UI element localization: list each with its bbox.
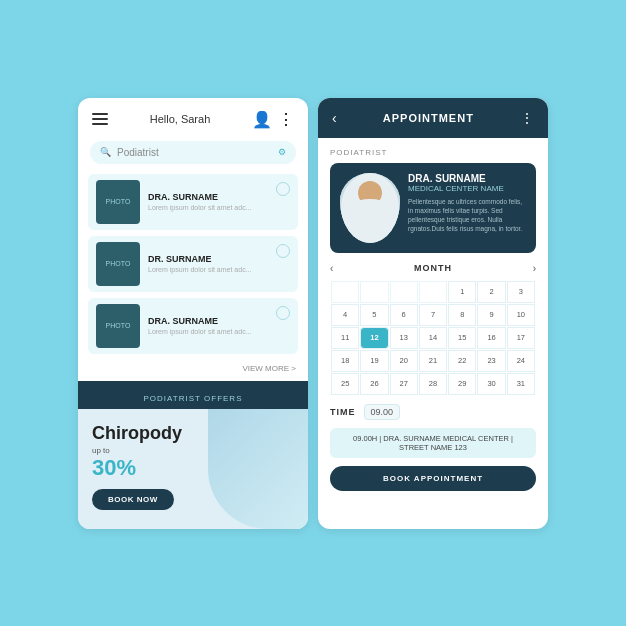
cal-next-button[interactable]: › (533, 263, 536, 274)
back-button[interactable]: ‹ (332, 110, 337, 126)
right-content: PODIATRIST DRA. SURNAME MEDICAL CENTER N… (318, 138, 548, 501)
time-label: TIME (330, 407, 356, 417)
cal-cell[interactable]: 19 (360, 350, 388, 372)
view-more[interactable]: VIEW MORE > (78, 360, 308, 381)
appt-dots-icon[interactable]: ⋮ (520, 110, 534, 126)
left-panel: Hello, Sarah 👤 ⋮ 🔍 Podiatrist ⚙ PHOTO DR… (78, 98, 308, 529)
promo-section: Chiropody up to 30% BOOK NOW (78, 409, 308, 529)
cal-cell[interactable]: 29 (448, 373, 476, 395)
doctor-name-1: DRA. SURNAME (148, 192, 252, 202)
doctor-item-2[interactable]: PHOTO DR. SURNAME Lorem ipsum dolor sit … (88, 236, 298, 292)
cal-cell[interactable]: 24 (507, 350, 535, 372)
doctor-desc-3: Lorem ipsum dolor sit amet adc... (148, 328, 252, 335)
search-icon: 🔍 (100, 147, 111, 157)
cal-cell[interactable]: 16 (477, 327, 505, 349)
offers-banner: PODIATRIST OFFERS (78, 381, 308, 409)
header-icons: 👤 ⋮ (252, 110, 294, 129)
cal-cell[interactable]: 31 (507, 373, 535, 395)
offers-label: PODIATRIST OFFERS (144, 394, 243, 403)
search-bar[interactable]: 🔍 Podiatrist ⚙ (90, 141, 296, 164)
calendar-row-5: 25 26 27 28 29 30 31 (331, 373, 535, 395)
right-panel: ‹ APPOINTMENT ⋮ PODIATRIST DRA. SURNAM (318, 98, 548, 529)
filter-icon[interactable]: ⚙ (278, 147, 286, 157)
calendar-row-4: 18 19 20 21 22 23 24 (331, 350, 535, 372)
search-text: Podiatrist (117, 147, 159, 158)
user-icon[interactable]: 👤 (252, 110, 272, 129)
doctor-card-info: DRA. SURNAME MEDICAL CENTER NAME Pellent… (408, 173, 526, 243)
cal-cell[interactable]: 5 (360, 304, 388, 326)
promo-title: Chiropody (92, 423, 294, 444)
calendar-grid: 1 2 3 4 5 6 7 8 9 10 11 (330, 280, 536, 396)
cal-cell[interactable]: 6 (390, 304, 418, 326)
time-row: TIME 09.00 (330, 404, 536, 420)
cal-cell[interactable]: 15 (448, 327, 476, 349)
cal-cell-empty (390, 281, 418, 303)
cal-cell-empty (360, 281, 388, 303)
doctor-photo-3: PHOTO (96, 304, 140, 348)
cal-cell-today[interactable]: 12 (360, 327, 388, 349)
cal-cell[interactable]: 23 (477, 350, 505, 372)
doctor-item-icon-2 (276, 244, 290, 258)
cal-cell[interactable]: 27 (390, 373, 418, 395)
doctor-photo-2: PHOTO (96, 242, 140, 286)
doctor-card: DRA. SURNAME MEDICAL CENTER NAME Pellent… (330, 163, 536, 253)
cal-cell[interactable]: 11 (331, 327, 359, 349)
greeting-text: Hello, Sarah (150, 113, 211, 125)
cal-cell[interactable]: 26 (360, 373, 388, 395)
cal-cell[interactable]: 17 (507, 327, 535, 349)
calendar-nav: ‹ MONTH › (330, 263, 536, 274)
cal-cell[interactable]: 7 (419, 304, 447, 326)
doctor-name-3: DRA. SURNAME (148, 316, 252, 326)
doctor-item-3[interactable]: PHOTO DRA. SURNAME Lorem ipsum dolor sit… (88, 298, 298, 354)
dots-icon[interactable]: ⋮ (278, 110, 294, 129)
cal-cell[interactable]: 30 (477, 373, 505, 395)
doctor-item-icon-1 (276, 182, 290, 196)
card-center-name: MEDICAL CENTER NAME (408, 184, 526, 193)
doctor-info-2: DR. SURNAME Lorem ipsum dolor sit amet a… (148, 254, 252, 273)
calendar-row-3: 11 12 13 14 15 16 17 (331, 327, 535, 349)
doctor-info-1: DRA. SURNAME Lorem ipsum dolor sit amet … (148, 192, 252, 211)
cal-prev-button[interactable]: ‹ (330, 263, 333, 274)
cal-cell[interactable]: 13 (390, 327, 418, 349)
book-appointment-button[interactable]: BOOK APPOINTMENT (330, 466, 536, 491)
cal-cell[interactable]: 8 (448, 304, 476, 326)
booking-info-text: 09.00H | DRA. SURNAME MEDICAL CENTER | S… (353, 434, 513, 452)
cal-cell[interactable]: 22 (448, 350, 476, 372)
cal-cell[interactable]: 9 (477, 304, 505, 326)
cal-cell[interactable]: 3 (507, 281, 535, 303)
left-header: Hello, Sarah 👤 ⋮ (78, 98, 308, 137)
time-value[interactable]: 09.00 (364, 404, 401, 420)
promo-subtitle: up to (92, 446, 294, 455)
doctor-item-icon-3 (276, 306, 290, 320)
book-now-button[interactable]: BOOK NOW (92, 489, 174, 510)
cal-cell[interactable]: 1 (448, 281, 476, 303)
booking-info: 09.00H | DRA. SURNAME MEDICAL CENTER | S… (330, 428, 536, 458)
doctor-item-1[interactable]: PHOTO DRA. SURNAME Lorem ipsum dolor sit… (88, 174, 298, 230)
calendar-row-2: 4 5 6 7 8 9 10 (331, 304, 535, 326)
cal-cell[interactable]: 4 (331, 304, 359, 326)
right-header: ‹ APPOINTMENT ⋮ (318, 98, 548, 138)
calendar-row-1: 1 2 3 (331, 281, 535, 303)
doctor-list: PHOTO DRA. SURNAME Lorem ipsum dolor sit… (78, 174, 308, 354)
doctor-avatar (340, 173, 400, 243)
cal-cell[interactable]: 10 (507, 304, 535, 326)
doctor-name-2: DR. SURNAME (148, 254, 252, 264)
doctor-desc-1: Lorem ipsum dolor sit amet adc... (148, 204, 252, 211)
podiatrist-label: PODIATRIST (330, 148, 536, 157)
promo-percent: 30% (92, 455, 294, 481)
appointment-title: APPOINTMENT (383, 112, 474, 124)
cal-cell[interactable]: 20 (390, 350, 418, 372)
cal-cell[interactable]: 18 (331, 350, 359, 372)
card-doctor-name: DRA. SURNAME (408, 173, 526, 184)
promo-content: Chiropody up to 30% BOOK NOW (78, 409, 308, 520)
cal-cell[interactable]: 25 (331, 373, 359, 395)
doctor-photo-1: PHOTO (96, 180, 140, 224)
cal-cell[interactable]: 2 (477, 281, 505, 303)
hamburger-icon[interactable] (92, 113, 108, 125)
cal-cell[interactable]: 21 (419, 350, 447, 372)
cal-month-label: MONTH (414, 263, 452, 273)
cal-cell[interactable]: 28 (419, 373, 447, 395)
card-bio: Pellentesque ac ultrices commodo felis, … (408, 197, 526, 233)
cal-cell[interactable]: 14 (419, 327, 447, 349)
cal-cell-empty (419, 281, 447, 303)
